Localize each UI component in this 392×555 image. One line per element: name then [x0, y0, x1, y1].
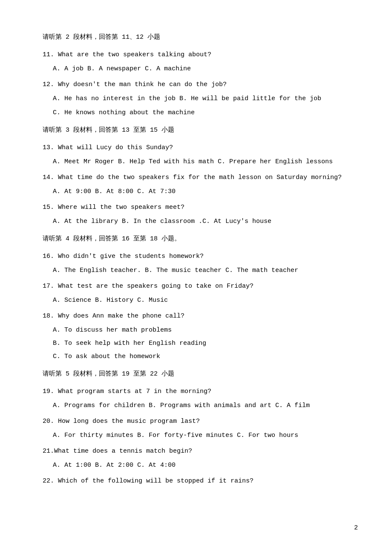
section-3-header: 请听第 3 段材料，回答第 13 至第 15 小题 — [43, 124, 358, 136]
question-15: 15. Where will the two speakers meet? A.… — [43, 202, 358, 227]
section-3: 请听第 3 段材料，回答第 13 至第 15 小题 13. What will … — [43, 124, 358, 227]
q11-options: A. A job B. A newspaper C. A machine — [43, 63, 358, 75]
q16-text: 16. Who didn't give the students homewor… — [43, 251, 358, 262]
question-22: 22. Which of the following will be stopp… — [43, 475, 358, 487]
q13-options: A. Meet Mr Roger B. Help Ted with his ma… — [43, 156, 358, 168]
q21-text: 21.What time does a tennis match begin? — [43, 445, 358, 457]
q14-text: 14. What time do the two speakers fix fo… — [43, 172, 358, 183]
question-14: 14. What time do the two speakers fix fo… — [43, 172, 358, 197]
q19-options: A. Programs for children B. Programs wit… — [43, 400, 358, 411]
section-5-header: 请听第 5 段材料，回答第 19 至第 22 小题 — [43, 368, 358, 380]
question-12: 12. Why doesn't the man think he can do … — [43, 79, 358, 119]
q20-text: 20. How long does the music program last… — [43, 416, 358, 427]
q16-options: A. The English teacher. B. The music tea… — [43, 265, 358, 276]
q22-text: 22. Which of the following will be stopp… — [43, 475, 358, 487]
q21-options: A. At 1:00 B. At 2:00 C. At 4:00 — [43, 460, 358, 471]
section-4: 请听第 4 段材料，回答第 16 至第 18 小题。 16. Who didn'… — [43, 233, 358, 362]
q18-option-a: A. To discuss her math problems — [43, 324, 358, 336]
question-20: 20. How long does the music program last… — [43, 416, 358, 441]
q19-text: 19. What program starts at 7 in the morn… — [43, 386, 358, 397]
q18-option-b: B. To seek help with her English reading — [43, 338, 358, 349]
section-4-header: 请听第 4 段材料，回答第 16 至第 18 小题。 — [43, 233, 358, 245]
section-5: 请听第 5 段材料，回答第 19 至第 22 小题 19. What progr… — [43, 368, 358, 487]
q11-text: 11. What are the two speakers talking ab… — [43, 49, 358, 61]
q12-option-c: C. He knows nothing about the machine — [43, 107, 358, 119]
question-19: 19. What program starts at 7 in the morn… — [43, 386, 358, 411]
q17-text: 17. What test are the speakers going to … — [43, 280, 358, 292]
q12-option-a: A. He has no interest in the job B. He w… — [43, 93, 358, 104]
question-13: 13. What will Lucy do this Sunday? A. Me… — [43, 142, 358, 168]
page-content: 请听第 2 段材料，回答第 11、12 小题 11. What are the … — [43, 32, 358, 487]
q12-text: 12. Why doesn't the man think he can do … — [43, 79, 358, 90]
question-18: 18. Why does Ann make the phone call? A.… — [43, 310, 358, 362]
question-17: 17. What test are the speakers going to … — [43, 280, 358, 306]
q13-text: 13. What will Lucy do this Sunday? — [43, 142, 358, 153]
q15-text: 15. Where will the two speakers meet? — [43, 202, 358, 213]
page-number: 2 — [354, 522, 358, 534]
q17-options: A. Science B. History C. Music — [43, 295, 358, 306]
section-2: 请听第 2 段材料，回答第 11、12 小题 11. What are the … — [43, 32, 358, 119]
question-11: 11. What are the two speakers talking ab… — [43, 49, 358, 75]
question-21: 21.What time does a tennis match begin? … — [43, 445, 358, 471]
q20-options: A. For thirty minutes B. For forty-five … — [43, 430, 358, 441]
q18-text: 18. Why does Ann make the phone call? — [43, 310, 358, 322]
q14-options: A. At 9:00 B. At 8:00 C. At 7:30 — [43, 186, 358, 197]
question-16: 16. Who didn't give the students homewor… — [43, 251, 358, 276]
q18-option-c: C. To ask about the homework — [43, 351, 358, 362]
q15-options: A. At the library B. In the classroom .C… — [43, 216, 358, 227]
section-2-header: 请听第 2 段材料，回答第 11、12 小题 — [43, 32, 358, 43]
